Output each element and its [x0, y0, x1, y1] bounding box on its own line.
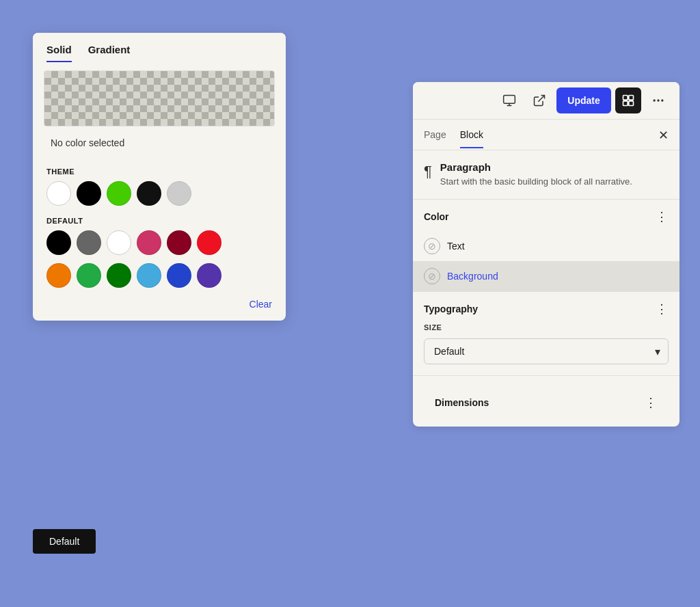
paragraph-title: Paragraph [440, 161, 632, 173]
panel-tabs: Page Block ✕ [413, 120, 679, 150]
external-link-button[interactable] [526, 87, 552, 113]
swatch-blue-dark[interactable] [167, 263, 191, 288]
color-more-icon[interactable]: ⋮ [656, 209, 669, 224]
default-label: DEFAULT [33, 214, 286, 230]
color-bg-label: Background [447, 271, 498, 282]
paragraph-info: Paragraph Start with the basic building … [440, 161, 632, 188]
svg-rect-0 [504, 96, 515, 104]
update-button[interactable]: Update [556, 87, 611, 113]
swatch-orange[interactable] [46, 263, 71, 288]
theme-label: THEME [33, 165, 286, 181]
color-section-title: Color [424, 211, 449, 222]
color-section: Color ⋮ ⊘ Text ⊘ Background [413, 200, 679, 291]
swatch-dark-red[interactable] [167, 230, 191, 255]
typography-section: Typography ⋮ SIZE Default Small Medium L… [413, 291, 679, 364]
swatch-blue-light[interactable] [137, 263, 161, 288]
swatch-green-bright[interactable] [107, 181, 131, 206]
swatch-white2[interactable] [107, 230, 131, 255]
swatch-dark-black[interactable] [137, 181, 161, 206]
tab-gradient[interactable]: Gradient [88, 44, 131, 62]
size-select-wrapper: Default Small Medium Large Extra Large ▾ [424, 338, 669, 364]
color-section-header: Color ⋮ [413, 200, 679, 231]
right-panel: Update Page Block ✕ ¶ Paragraph Start wi… [413, 82, 679, 427]
swatch-gray[interactable] [77, 230, 101, 255]
default-swatches-row2 [33, 263, 286, 296]
swatch-green-mid[interactable] [77, 263, 101, 288]
svg-rect-6 [623, 101, 628, 106]
block-view-button[interactable] [615, 87, 641, 113]
svg-point-9 [657, 99, 659, 101]
swatch-white[interactable] [46, 181, 71, 206]
svg-point-10 [661, 99, 663, 101]
paragraph-icon: ¶ [424, 163, 432, 180]
svg-line-3 [538, 96, 544, 102]
size-select[interactable]: Default Small Medium Large Extra Large [424, 338, 669, 364]
swatch-black[interactable] [77, 181, 101, 206]
dimensions-title: Dimensions [435, 397, 489, 408]
typography-more-icon[interactable]: ⋮ [656, 301, 669, 316]
swatch-black2[interactable] [46, 230, 71, 255]
svg-rect-5 [629, 96, 634, 100]
paragraph-desc: Start with the basic building block of a… [440, 176, 632, 188]
top-toolbar: Update [413, 82, 679, 120]
dimensions-more-icon[interactable]: ⋮ [645, 395, 658, 410]
color-preview-checkerboard [44, 70, 275, 126]
svg-point-8 [654, 99, 656, 101]
color-text-label: Text [447, 241, 465, 252]
swatch-pink[interactable] [137, 230, 161, 255]
text-no-color-icon: ⊘ [424, 238, 440, 254]
swatch-green-dark[interactable] [107, 263, 131, 288]
typography-section-header: Typography ⋮ [413, 292, 679, 323]
typography-title: Typography [424, 304, 478, 314]
paragraph-section: ¶ Paragraph Start with the basic buildin… [413, 150, 679, 200]
svg-rect-7 [629, 101, 634, 106]
clear-color-link[interactable]: Clear [33, 296, 286, 321]
tab-solid[interactable]: Solid [46, 44, 72, 62]
desktop-view-button[interactable] [496, 87, 522, 113]
swatch-purple[interactable] [197, 263, 221, 288]
more-options-button[interactable] [645, 87, 671, 113]
color-picker-panel: Solid Gradient No color selected THEME D… [33, 33, 286, 321]
default-swatches-row1 [33, 230, 286, 263]
size-label: SIZE [413, 323, 679, 336]
tab-page[interactable]: Page [424, 129, 446, 148]
dimensions-section-header: Dimensions ⋮ [424, 386, 669, 417]
color-background-option[interactable]: ⊘ Background [413, 261, 679, 291]
color-text-option[interactable]: ⊘ Text [413, 231, 679, 261]
theme-swatches [33, 181, 286, 214]
close-panel-button[interactable]: ✕ [658, 128, 669, 150]
bg-no-color-icon: ⊘ [424, 268, 440, 284]
swatch-red[interactable] [197, 230, 221, 255]
color-picker-tabs: Solid Gradient [33, 33, 286, 62]
svg-rect-4 [623, 96, 628, 100]
swatch-light-gray[interactable] [167, 181, 191, 206]
no-color-label: No color selected [44, 132, 275, 154]
tab-block[interactable]: Block [460, 129, 483, 148]
dimensions-section: Dimensions ⋮ [413, 375, 679, 427]
default-button[interactable]: Default [33, 529, 96, 554]
